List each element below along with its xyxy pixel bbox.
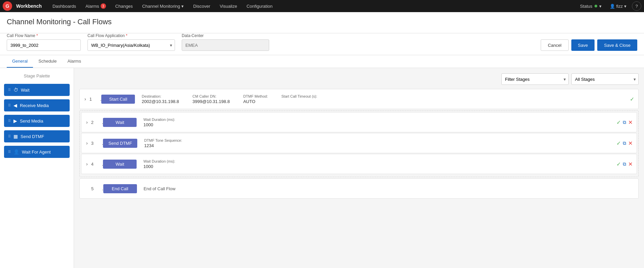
stage-4-detail-wait: Wait Duration (ms): 1000: [143, 159, 175, 169]
stage-4-number: 4: [91, 162, 98, 167]
call-flow-name-label: Call Flow Name *: [7, 33, 81, 38]
stage-2-check-icon[interactable]: ✓: [616, 119, 621, 126]
help-button[interactable]: ?: [632, 1, 641, 11]
stage-2-expand-button[interactable]: ›: [85, 119, 88, 126]
stage-1-expand-button[interactable]: ›: [84, 96, 87, 102]
call-flow-name-input[interactable]: [7, 39, 81, 51]
stage-4-details: Wait Duration (ms): 1000: [143, 159, 616, 169]
stage-1-actions: ✓: [630, 96, 634, 102]
wait-agent-icon: 👤: [13, 149, 19, 155]
drag-handle-icon: ⠿: [8, 88, 11, 92]
alarms-badge: 3: [101, 3, 106, 9]
receive-media-icon: ◀: [13, 103, 17, 108]
form-buttons: Cancel Save Save & Close: [541, 39, 637, 51]
nav-visualize[interactable]: Visualize: [216, 0, 241, 12]
wait-icon: ⏱: [13, 87, 18, 93]
nav-dashboards[interactable]: Dashboards: [48, 0, 80, 12]
stage-1-detail-cm-caller: CM Caller DN: 3999@10.31.198.8: [192, 94, 230, 104]
stage-4-expand-button[interactable]: ›: [85, 161, 88, 167]
status-label: Status: [580, 4, 593, 9]
stage-2-number: 2: [91, 120, 98, 125]
stage-send-media-label: Send Media: [20, 119, 43, 124]
stage-5-label-button[interactable]: End Call: [103, 184, 137, 193]
call-flow-app-select[interactable]: WB_IO_Primary(Asia/Kolkata): [87, 39, 175, 51]
stage-1-check-icon[interactable]: ✓: [630, 96, 634, 102]
stage-1-label-button[interactable]: Start Call: [101, 95, 135, 104]
nav-alarms[interactable]: Alarms 3: [81, 0, 110, 12]
stage-wait-for-agent-button[interactable]: ⠿ 👤 Wait For Agent: [4, 146, 70, 158]
filter-stages-wrapper: Filter Stages ▾: [501, 73, 569, 85]
stage-row-5: 5. End Call End of Call Flow: [79, 178, 639, 199]
drag-handle-icon: ⠿: [8, 150, 11, 154]
brand-name: Workbench: [16, 3, 42, 9]
stage-2-details: Wait Duration (ms): 1000: [143, 118, 616, 127]
stage-5-end-text: End of Call Flow: [144, 186, 176, 191]
stage-3-check-icon[interactable]: ✓: [616, 140, 621, 146]
stage-4-delete-button[interactable]: ✕: [628, 161, 633, 167]
user-menu[interactable]: 👤 fizz ▾: [607, 4, 630, 9]
drag-handle-icon: ⠿: [8, 134, 11, 139]
send-media-icon: ▶: [13, 118, 17, 124]
status-button[interactable]: Status ▾: [577, 4, 604, 9]
stage-2-detail-wait: Wait Duration (ms): 1000: [143, 118, 175, 127]
drag-handle-icon: ⠿: [8, 119, 11, 123]
status-indicator: [595, 5, 597, 7]
data-center-label: Data-Center: [182, 33, 269, 38]
stage-3-details: DTMF Tone Sequence: 1234: [144, 138, 616, 148]
stage-wait-label: Wait: [21, 88, 30, 93]
stage-wait-button[interactable]: ⠿ ⏱ Wait: [4, 84, 70, 96]
stage-3-delete-button[interactable]: ✕: [628, 140, 633, 146]
nav-discover[interactable]: Discover: [189, 0, 214, 12]
stage-3-expand-button[interactable]: ›: [85, 140, 88, 146]
data-center-group: Data-Center: [182, 33, 269, 51]
stage-palette-title: Stage Palette: [4, 73, 70, 78]
form-row: Call Flow Name * Call Flow Application *…: [0, 33, 644, 55]
nav-channel-monitoring[interactable]: Channel Monitoring ▾: [138, 0, 188, 12]
nav-changes[interactable]: Changes: [111, 0, 137, 12]
tab-general[interactable]: General: [7, 55, 33, 68]
status-chevron-icon: ▾: [599, 4, 602, 9]
stage-send-dtmf-button[interactable]: ⠿ ▦ Send DTMF: [4, 130, 70, 142]
tab-alarms[interactable]: Alarms: [62, 55, 86, 68]
dashed-group: › 2. Wait Wait Duration (ms): 1000 ✓ ⧉ ✕…: [79, 110, 639, 177]
logo-icon: G: [3, 1, 12, 11]
cancel-button[interactable]: Cancel: [541, 39, 568, 51]
stage-4-label-button[interactable]: Wait: [103, 160, 137, 169]
stage-3-number: 3: [91, 141, 98, 146]
top-nav: G Workbench Dashboards Alarms 3 Changes …: [0, 0, 644, 12]
drag-handle-icon: ⠿: [8, 103, 11, 108]
stage-row-4: › 4. Wait Wait Duration (ms): 1000 ✓ ⧉ ✕: [81, 154, 637, 174]
stage-2-label-button[interactable]: Wait: [103, 118, 137, 127]
all-stages-select[interactable]: All Stages: [571, 73, 639, 85]
stage-send-dtmf-label: Send DTMF: [21, 134, 44, 139]
stage-3-label-button[interactable]: Send DTMF: [103, 139, 137, 148]
stage-1-detail-dtmf-method: DTMF Method: AUTO: [243, 94, 268, 104]
stage-3-detail-dtmf: DTMF Tone Sequence: 1234: [144, 138, 182, 148]
stage-send-media-button[interactable]: ⠿ ▶ Send Media: [4, 115, 70, 127]
save-button[interactable]: Save: [571, 39, 595, 51]
tab-schedule[interactable]: Schedule: [33, 55, 62, 68]
stage-5-number: 5: [91, 186, 98, 191]
filter-stages-select[interactable]: Filter Stages: [501, 73, 569, 85]
stage-2-copy-button[interactable]: ⧉: [623, 120, 626, 125]
nav-configuration[interactable]: Configuration: [243, 0, 277, 12]
tabs-bar: General Schedule Alarms: [0, 55, 644, 68]
stage-wait-for-agent-label: Wait For Agent: [22, 149, 51, 155]
all-stages-wrapper: All Stages ▾: [571, 73, 639, 85]
stage-receive-media-label: Receive Media: [20, 103, 49, 108]
stage-3-copy-button[interactable]: ⧉: [623, 140, 626, 146]
stage-2-actions: ✓ ⧉ ✕: [616, 119, 633, 126]
stage-4-check-icon[interactable]: ✓: [616, 161, 621, 167]
stage-1-detail-timeout: Start Call Timeout (s):: [281, 94, 317, 104]
main-content: Stage Palette ⠿ ⏱ Wait ⠿ ◀ Receive Media…: [0, 68, 644, 268]
stage-row-1: › 1. Start Call Destination: 2002@10.31.…: [79, 89, 639, 109]
filter-bar: Filter Stages ▾ All Stages ▾: [79, 73, 639, 85]
call-flow-app-label: Call Flow Application *: [87, 33, 175, 38]
stage-2-delete-button[interactable]: ✕: [628, 119, 633, 126]
stage-4-copy-button[interactable]: ⧉: [623, 161, 626, 167]
save-close-button[interactable]: Save & Close: [597, 39, 637, 51]
stage-4-actions: ✓ ⧉ ✕: [616, 161, 633, 167]
user-icon: 👤: [610, 4, 615, 9]
stage-receive-media-button[interactable]: ⠿ ◀ Receive Media: [4, 99, 70, 111]
page-header: Channel Monitoring - Call Flows: [0, 12, 644, 33]
